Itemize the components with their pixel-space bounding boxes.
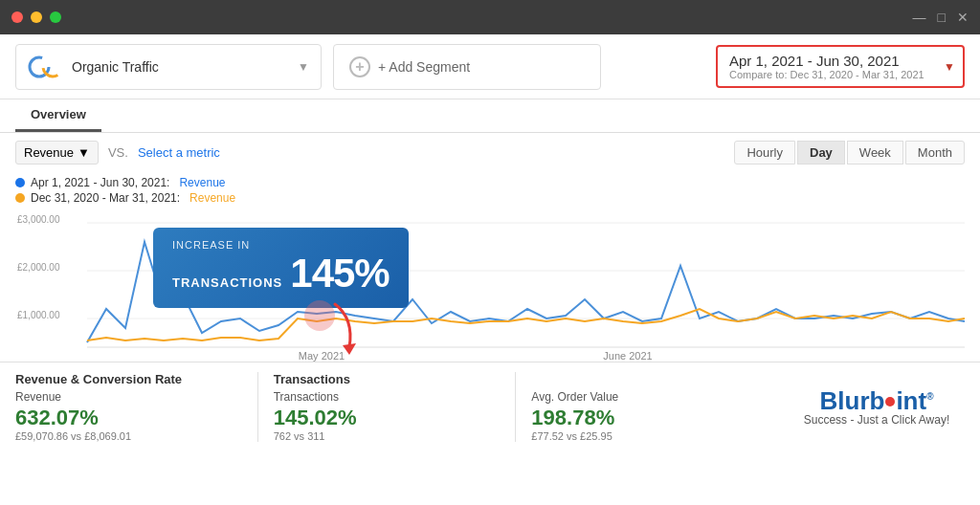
date-range-box[interactable]: Apr 1, 2021 - Jun 30, 2021 Compare to: D… (716, 45, 965, 88)
maximize-icon[interactable]: □ (938, 10, 946, 25)
top-bar: Organic Traffic ▼ + + Add Segment Apr 1,… (0, 34, 980, 99)
add-circle-icon: + (349, 56, 370, 77)
window-controls: — □ ✕ (913, 10, 969, 25)
brand-part1: Blur (820, 386, 870, 415)
date-range-main: Apr 1, 2021 - Jun 30, 2021 (729, 53, 951, 69)
stat-section-revenue: Revenue & Conversion Rate Revenue 632.07… (15, 372, 257, 442)
y-label-2000: £2,000.00 (17, 262, 60, 273)
stats-row: Revenue & Conversion Rate Revenue 632.07… (0, 362, 980, 450)
add-segment-label: + Add Segment (378, 59, 470, 75)
tab-overview[interactable]: Overview (15, 99, 101, 132)
add-segment[interactable]: + + Add Segment (333, 44, 601, 90)
stat-section-transactions: Transactions Transactions 145.02% 762 vs… (257, 372, 516, 442)
date-range-compare: Compare to: Dec 31, 2020 - Mar 31, 2021 (729, 69, 951, 80)
stat-detail-revenue: £59,070.86 vs £8,069.01 (15, 430, 242, 442)
compare-dates: Dec 31, 2020 - Mar 31, 2021 (791, 69, 924, 80)
legend-label-1: Apr 1, 2021 - Jun 30, 2021: (31, 176, 169, 189)
stat-detail-aov: £77.52 vs £25.95 (531, 430, 758, 442)
date-dropdown-icon: ▼ (944, 60, 955, 74)
orange-line (87, 309, 965, 340)
segment-selector[interactable]: Organic Traffic ▼ (15, 44, 322, 90)
select-metric-link[interactable]: Select a metric (138, 145, 220, 160)
legend-label-2: Dec 31, 2020 - Mar 31, 2021: (31, 191, 180, 205)
stat-name-revenue: Revenue (15, 390, 242, 404)
stat-pct-revenue: 632.07% (15, 406, 242, 430)
month-button[interactable]: Month (905, 141, 965, 165)
stat-pct-aov: 198.78% (531, 406, 758, 430)
svg-marker-6 (343, 343, 356, 355)
revenue-label: Revenue (24, 145, 74, 160)
legend-dot-orange (15, 193, 25, 203)
legend-metric-2: Revenue (189, 191, 235, 205)
legend-area: Apr 1, 2021 - Jun 30, 2021: Revenue Dec … (0, 172, 980, 209)
dot-red[interactable] (11, 11, 23, 23)
overlay-subtitle: INCREASE IN (172, 239, 390, 251)
brand-part2: bint (870, 386, 927, 415)
nav-tabs: Overview (0, 99, 980, 133)
y-label-1000: £1,000.00 (17, 310, 60, 320)
stat-pct-transactions: 145.02% (274, 406, 501, 430)
legend-metric-1: Revenue (179, 176, 225, 189)
titlebar: — □ ✕ (0, 0, 980, 34)
arrow-annotation (325, 299, 383, 361)
stat-name-aov: Avg. Order Value (531, 390, 758, 404)
segment-dropdown-icon: ▼ (298, 60, 309, 74)
main-content: Organic Traffic ▼ + + Add Segment Apr 1,… (0, 34, 980, 505)
y-label-3000: £3,000.00 (17, 214, 60, 225)
dot-yellow[interactable] (31, 11, 42, 23)
compare-label: Compare to: (729, 69, 788, 80)
legend-item-1: Apr 1, 2021 - Jun 30, 2021: Revenue (15, 176, 965, 189)
revenue-button[interactable]: Revenue ▼ (15, 141, 99, 165)
week-button[interactable]: Week (847, 141, 903, 165)
vs-label: VS. (108, 145, 128, 160)
branding: Blurbint® Success - Just a Click Away! (773, 372, 965, 442)
pink-circle-annotation (304, 300, 335, 331)
brand-registered: ® (926, 391, 933, 402)
metric-selector: Revenue ▼ VS. Select a metric (15, 141, 220, 165)
close-icon[interactable]: ✕ (957, 10, 969, 25)
x-label-june: June 2021 (603, 350, 652, 362)
overlay-pct: 145% (290, 251, 389, 296)
overlay-main: TRANSACTIONS (172, 275, 282, 290)
stat-section-title-revenue: Revenue & Conversion Rate (15, 372, 242, 386)
legend-item-2: Dec 31, 2020 - Mar 31, 2021: Revenue (15, 191, 965, 205)
day-button[interactable]: Day (797, 141, 845, 165)
stat-name-transactions: Transactions (274, 390, 501, 404)
revenue-arrow-icon: ▼ (78, 145, 90, 160)
legend-dot-blue (15, 178, 25, 187)
chart-overlay: INCREASE IN TRANSACTIONS 145% (153, 228, 409, 308)
svg-point-1 (43, 57, 62, 77)
stat-section-title-aov (531, 372, 758, 386)
stat-detail-transactions: 762 vs 311 (274, 430, 501, 442)
minimize-icon[interactable]: — (913, 10, 926, 25)
segment-icon (28, 54, 64, 80)
hourly-button[interactable]: Hourly (734, 141, 795, 165)
stat-section-aov: Avg. Order Value 198.78% £77.52 vs £25.9… (515, 372, 773, 442)
controls-row: Revenue ▼ VS. Select a metric Hourly Day… (0, 133, 980, 172)
chart-container: £3,000.00 £2,000.00 £1,000.00 May 2021 J… (0, 209, 980, 362)
brand-logo: Blurbint® (820, 388, 934, 413)
stat-section-title-transactions: Transactions (274, 372, 501, 386)
time-buttons: Hourly Day Week Month (734, 141, 965, 165)
dot-green[interactable] (50, 11, 61, 23)
segment1-label: Organic Traffic (72, 59, 290, 75)
